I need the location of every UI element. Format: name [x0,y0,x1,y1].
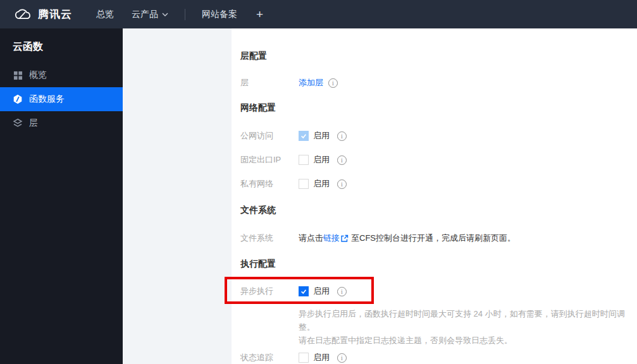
enable-label: 启用 [313,352,330,363]
cfs-link[interactable]: 链接 [323,233,340,244]
info-icon[interactable]: i [328,78,338,88]
form-row-fixed-outbound-ip: 固定出口IP 启用 i [240,153,624,167]
row-label-file-system: 文件系统 [240,233,299,244]
nav-item-overview[interactable]: 总览 [87,0,123,28]
add-layer-link[interactable]: 添加层 [299,77,323,88]
enable-label: 启用 [313,130,330,142]
form-row-layer: 层 添加层 i [240,76,624,90]
navbar-brand[interactable]: 腾讯云 [0,7,87,22]
enable-label: 启用 [313,286,330,297]
settings-content: 层配置 层 添加层 i 网络配置 公网访问 启用 i 固定出口IP [232,28,637,364]
description-line: 异步执行启用后，函数执行超时时间最大可支持 24 小时，如有需要，请到执行超时时… [299,307,634,334]
secondary-panel [123,28,232,364]
info-icon[interactable]: i [337,353,347,363]
nav-overview-label: 总览 [96,9,114,20]
info-icon[interactable]: i [337,155,347,165]
section-title-layer-config: 层配置 [240,50,624,62]
async-execution-description: 异步执行启用后，函数执行超时时间最大可支持 24 小时，如有需要，请到执行超时时… [299,307,634,347]
row-label-layer: 层 [240,77,299,88]
sidebar-item-label: 概览 [29,70,47,81]
sidebar-item-label: 函数服务 [29,94,65,105]
nav-item-website-record[interactable]: 网站备案 [193,0,246,28]
grid-icon [13,70,23,80]
nav-item-cloud-products[interactable]: 云产品 [123,0,177,28]
row-label-status-tracking: 状态追踪 [240,352,299,363]
nav-cloud-products-label: 云产品 [132,9,158,20]
external-link-icon[interactable] [340,234,349,243]
form-row-async-execution: 异步执行 启用 i [240,284,624,298]
section-title-file-system: 文件系统 [240,204,624,216]
file-system-text-after: 至CFS控制台进行开通，完成后请刷新页面。 [351,233,516,244]
form-row-file-system: 文件系统 请点击链接至CFS控制台进行开通，完成后请刷新页面。 [240,231,624,245]
nav-divider [185,9,185,20]
form-row-status-tracking: 状态追踪 启用 i [240,351,624,364]
info-icon[interactable]: i [337,179,347,189]
form-row-private-network: 私有网络 启用 i [240,177,624,191]
sidebar-item-layers[interactable]: 层 [0,111,123,135]
tencent-cloud-logo-icon [13,7,32,22]
public-network-checkbox[interactable] [299,131,309,141]
status-tracking-checkbox[interactable] [299,353,309,363]
section-title-execution-config: 执行配置 [240,258,624,270]
row-label-public-network: 公网访问 [240,130,299,142]
chevron-down-icon [162,13,168,16]
row-label-fixed-outbound-ip: 固定出口IP [240,154,299,166]
sidebar-item-overview[interactable]: 概览 [0,63,123,87]
page: 腾讯云 总览 云产品 网站备案 + 云函数 [0,0,637,364]
info-icon[interactable]: i [337,287,347,296]
info-icon[interactable]: i [337,131,347,141]
form-row-public-network: 公网访问 启用 i [240,129,624,143]
top-navbar: 腾讯云 总览 云产品 网站备案 + [0,0,637,28]
layers-icon [13,118,23,128]
fixed-outbound-ip-checkbox[interactable] [299,155,309,165]
nav-add-tab-button[interactable]: + [246,8,273,21]
brand-name: 腾讯云 [38,7,72,21]
section-title-network-config: 网络配置 [240,102,624,114]
row-label-private-network: 私有网络 [240,178,299,190]
nav-website-record-label: 网站备案 [202,9,237,20]
sidebar-item-function-service[interactable]: 函数服务 [0,87,123,111]
enable-label: 启用 [313,154,330,166]
left-sidebar: 云函数 概览 函数服务 [0,28,123,364]
file-system-text-before: 请点击 [299,233,323,244]
row-label-async-execution: 异步执行 [240,286,299,297]
hexagon-function-icon [13,94,23,104]
private-network-checkbox[interactable] [299,179,309,189]
enable-label: 启用 [313,178,330,190]
sidebar-title: 云函数 [0,28,123,63]
description-line: 请在日志配置中指定日志投递主题，否则会导致日志丢失。 [299,334,634,347]
sidebar-item-label: 层 [29,118,38,129]
nav-items: 总览 云产品 网站备案 + [87,0,273,28]
async-execution-checkbox[interactable] [299,286,309,296]
